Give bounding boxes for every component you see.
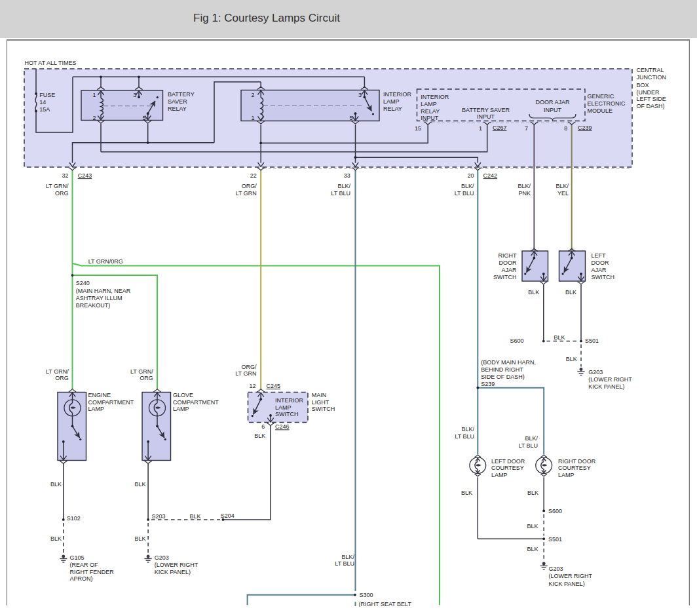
- svg-text:BLK: BLK: [554, 334, 565, 341]
- svg-text:LT BLU: LT BLU: [455, 190, 474, 197]
- svg-text:BLK: BLK: [527, 523, 538, 529]
- svg-text:BEHIND RIGHT: BEHIND RIGHT: [481, 366, 523, 373]
- svg-text:OF DASH): OF DASH): [637, 103, 665, 109]
- svg-text:BLK: BLK: [527, 546, 538, 552]
- svg-text:8: 8: [564, 125, 567, 132]
- svg-text:PNK: PNK: [519, 190, 531, 197]
- svg-text:GENERIC: GENERIC: [588, 93, 615, 100]
- svg-text:INPUT: INPUT: [477, 113, 495, 120]
- svg-text:S204: S204: [221, 512, 235, 519]
- svg-text:LT BLU: LT BLU: [335, 560, 354, 567]
- svg-text:(LOWER RIGHT: (LOWER RIGHT: [588, 376, 632, 383]
- svg-text:BLK/: BLK/: [461, 183, 474, 189]
- svg-text:C246: C246: [275, 423, 290, 430]
- svg-text:(UNDER: (UNDER: [637, 89, 660, 96]
- svg-text:ORG/: ORG/: [242, 183, 257, 189]
- svg-text:BLK: BLK: [528, 289, 539, 296]
- svg-text:20: 20: [467, 172, 474, 179]
- svg-text:COMPARTMENT: COMPARTMENT: [88, 399, 134, 406]
- svg-text:LAMP: LAMP: [421, 101, 437, 107]
- svg-text:KICK PANEL): KICK PANEL): [155, 569, 191, 575]
- svg-text:G203: G203: [155, 554, 169, 561]
- svg-text:SWITCH: SWITCH: [312, 406, 335, 412]
- svg-text:BLK: BLK: [50, 535, 62, 542]
- svg-text:LT GRN/0RG: LT GRN/0RG: [88, 258, 123, 265]
- svg-text:2: 2: [251, 92, 254, 98]
- svg-text:BATTERY: BATTERY: [168, 91, 195, 98]
- svg-text:12: 12: [249, 383, 255, 389]
- svg-text:15A: 15A: [39, 106, 50, 113]
- svg-text:BREAKOUT): BREAKOUT): [76, 302, 111, 309]
- svg-text:SAVER: SAVER: [168, 98, 187, 105]
- svg-text:BLK: BLK: [527, 490, 538, 496]
- svg-text:COURTESY: COURTESY: [491, 465, 524, 471]
- svg-text:(LOWER RIGHT: (LOWER RIGHT: [549, 573, 593, 579]
- svg-text:RELAY: RELAY: [168, 106, 187, 112]
- svg-text:S600: S600: [548, 508, 562, 514]
- svg-text:15: 15: [415, 125, 421, 132]
- svg-text:2: 2: [92, 115, 96, 121]
- svg-text:BLK: BLK: [134, 481, 145, 488]
- svg-text:LT GRN/: LT GRN/: [46, 368, 69, 375]
- svg-text:LEFT DOOR: LEFT DOOR: [491, 458, 525, 465]
- svg-text:LAMP: LAMP: [491, 472, 508, 478]
- svg-text:ELECTRONIC: ELECTRONIC: [588, 100, 626, 107]
- svg-text:32: 32: [62, 172, 69, 179]
- svg-text:1: 1: [479, 125, 482, 132]
- svg-text:MODULE: MODULE: [588, 107, 613, 114]
- svg-text:FUSE: FUSE: [39, 92, 55, 98]
- svg-text:G105: G105: [69, 554, 84, 561]
- svg-text:BLK/: BLK/: [556, 183, 569, 189]
- svg-text:RELAY: RELAY: [383, 106, 402, 112]
- svg-text:APRON): APRON): [69, 575, 92, 582]
- svg-text:INPUT: INPUT: [421, 115, 439, 121]
- svg-text:DOOR: DOOR: [499, 260, 517, 266]
- svg-text:BLK/: BLK/: [518, 183, 531, 189]
- svg-text:S239: S239: [481, 381, 495, 387]
- svg-text:6: 6: [261, 423, 265, 430]
- svg-text:LT GRN/: LT GRN/: [46, 183, 69, 189]
- svg-text:CENTRAL: CENTRAL: [637, 67, 664, 73]
- svg-text:HOT AT ALL TIMES: HOT AT ALL TIMES: [25, 60, 77, 66]
- svg-text:LT BLU: LT BLU: [518, 442, 538, 449]
- svg-text:(MAIN HARN, NEAR: (MAIN HARN, NEAR: [76, 288, 131, 294]
- svg-text:COURTESY: COURTESY: [558, 465, 591, 471]
- svg-text:SIDE OF DASH): SIDE OF DASH): [481, 374, 525, 380]
- svg-text:BLK/: BLK/: [525, 435, 538, 442]
- svg-text:5: 5: [142, 115, 145, 121]
- svg-text:JUNCTION: JUNCTION: [637, 74, 667, 81]
- svg-text:RELAY: RELAY: [421, 108, 440, 115]
- svg-text:MAIN: MAIN: [312, 392, 327, 398]
- svg-text:3: 3: [133, 92, 136, 98]
- svg-text:LAMP: LAMP: [173, 406, 189, 412]
- svg-text:SWITCH: SWITCH: [493, 274, 517, 280]
- svg-text:AJAR: AJAR: [591, 267, 607, 273]
- svg-text:BLK: BLK: [189, 513, 200, 520]
- svg-text:INPUT: INPUT: [544, 107, 562, 113]
- svg-text:ENGINE: ENGINE: [88, 392, 111, 398]
- svg-text:BLK: BLK: [566, 356, 577, 362]
- svg-text:LAMP: LAMP: [88, 406, 105, 412]
- svg-text:S240: S240: [76, 280, 90, 286]
- svg-text:SWITCH: SWITCH: [275, 411, 299, 417]
- svg-text:YEL: YEL: [557, 190, 569, 197]
- svg-text:LAMP: LAMP: [383, 98, 400, 105]
- svg-text:LT GRN: LT GRN: [235, 370, 256, 377]
- svg-text:LT BLU: LT BLU: [455, 433, 474, 440]
- svg-text:LT GRN: LT GRN: [236, 190, 257, 197]
- svg-text:BLK/: BLK/: [341, 554, 354, 560]
- svg-text:ORG/: ORG/: [241, 364, 257, 370]
- svg-text:BLK: BLK: [461, 490, 472, 496]
- svg-text:7: 7: [525, 125, 528, 132]
- svg-text:BLK: BLK: [50, 481, 62, 488]
- svg-text:LT GRN/: LT GRN/: [130, 368, 153, 375]
- svg-text:C245: C245: [267, 383, 281, 389]
- svg-text:AJAR: AJAR: [501, 267, 517, 273]
- svg-text:LT BLU: LT BLU: [331, 190, 350, 197]
- svg-text:KICK PANEL): KICK PANEL): [549, 581, 585, 587]
- svg-text:GLOVE: GLOVE: [173, 392, 193, 398]
- svg-text:S102: S102: [67, 515, 81, 522]
- svg-text:G203: G203: [588, 369, 603, 375]
- svg-text:C243: C243: [78, 172, 92, 179]
- svg-text:LAMP: LAMP: [558, 472, 575, 478]
